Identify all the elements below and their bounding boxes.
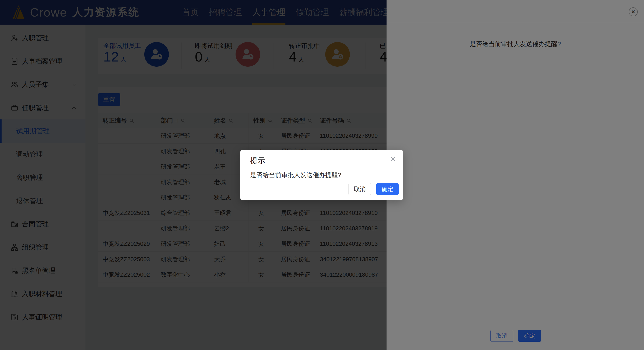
dialog-ok-button[interactable]: 确定 [376, 183, 398, 195]
dialog-message: 是否给当前审批人发送催办提醒? [250, 171, 341, 179]
dialog-close-icon[interactable]: × [390, 154, 396, 163]
app-root: Crowe 人力资源系统 首页招聘管理人事管理假勤管理薪酬福利管理 入职管理人事… [0, 0, 644, 350]
confirm-dialog: 提示 × 是否给当前审批人发送催办提醒? 取消 确定 [240, 150, 403, 200]
dialog-cancel-button[interactable]: 取消 [348, 183, 371, 195]
dialog-title: 提示 [250, 156, 265, 166]
